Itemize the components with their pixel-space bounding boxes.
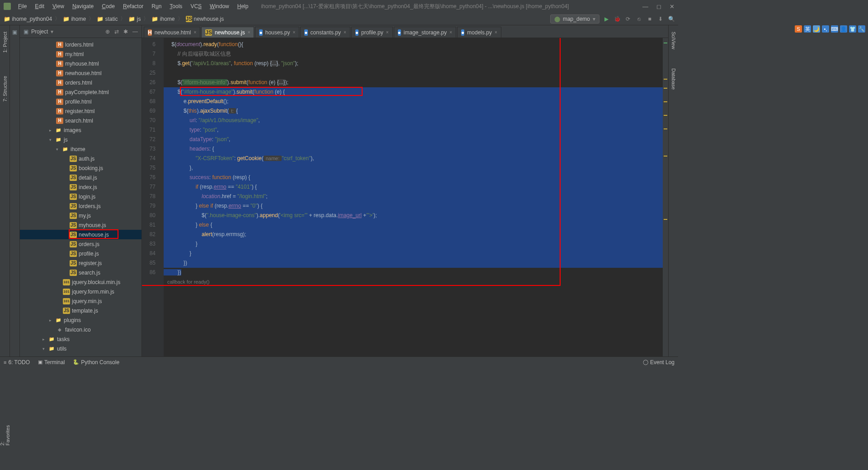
tool-sciview[interactable]: SciView [670,29,677,52]
tree-file[interactable]: JSmy.js [20,211,142,220]
tool-database[interactable]: Database [670,66,677,92]
tree-file[interactable]: ◆favicon.ico [20,325,142,334]
tree-dir[interactable]: ▾📁js [20,135,142,144]
hide-icon[interactable]: — [132,28,138,35]
tab-newhouse-html[interactable]: Hnewhouse.html× [144,27,200,38]
tab-newhouse-js[interactable]: JSnewhouse.js× [201,27,254,38]
tree-file[interactable]: JSorders.js [20,239,142,249]
menu-code[interactable]: Code [98,1,118,11]
tree-file[interactable]: JSlorders.js [20,201,142,211]
debug-button[interactable]: 🐞 [614,16,620,22]
tool-todo[interactable]: ≡ 6: TODO [4,359,30,366]
minimize-button[interactable]: — [642,3,648,10]
menu-window[interactable]: Window [206,1,233,11]
tree-file[interactable]: JSindex.js [20,182,142,192]
tab-image-storage-py[interactable]: ●image_storage.py× [394,27,456,38]
tree-file[interactable]: 101jquery.blockui.min.js [20,277,142,287]
expand-icon[interactable]: ⇄ [114,28,119,35]
project-pane-title[interactable]: ▣ Project ▾ [24,28,53,35]
folder-icon[interactable]: ▣ [12,29,17,35]
tree-file[interactable]: Hmy.html [20,49,142,59]
menu-run[interactable]: Run [148,1,165,11]
menu-navigate[interactable]: Navigate [69,1,97,11]
tree-file[interactable]: Hsearch.html [20,116,142,125]
breadcrumb-item[interactable]: 📁 ihome_python04 [4,16,52,22]
breadcrumb-item[interactable]: 📁 ihome [151,16,175,22]
locate-icon[interactable]: ⊕ [105,28,110,35]
tool-python-console[interactable]: 🐍 Python Console [73,359,119,366]
vcs-button[interactable]: ⬇ [657,16,664,22]
tree-file[interactable]: 101jquery.min.js [20,296,142,306]
tool-structure[interactable]: 7: Structure [1,73,9,104]
error-stripe[interactable] [663,38,668,356]
tool-project[interactable]: 1: Project [1,29,9,55]
tree-dir[interactable]: ▸📁images [20,125,142,135]
search-everywhere-button[interactable]: 🔍 [668,16,675,22]
menu-tools[interactable]: Tools [166,1,186,11]
tree-file[interactable]: Horders.html [20,78,142,87]
breadcrumb-item[interactable]: JS newhouse.js [186,16,224,22]
tree-file-selected[interactable]: JSnewhouse.js [20,230,142,239]
tab-constants-py[interactable]: ●constants.py× [300,27,350,38]
menu-edit[interactable]: Edit [31,1,48,11]
tree-file[interactable]: JSauth.js [20,154,142,163]
maximize-button[interactable]: ◻ [656,3,661,10]
tab-houses-py[interactable]: ●houses.py× [255,27,299,38]
breadcrumb-hint: callback for ready() [164,277,668,287]
tree-file[interactable]: JSdetail.js [20,173,142,182]
run-coverage-button[interactable]: ⟳ [625,16,631,22]
tree-file[interactable]: JSregister.js [20,258,142,268]
tree-dir[interactable]: ▸📁plugins [20,315,142,325]
tree-file[interactable]: Hmyhouse.html [20,59,142,68]
tree-file[interactable]: 101jquery.form.min.js [20,287,142,296]
tree-file[interactable]: JSprofile.js [20,249,142,258]
tree-dir[interactable]: ▸📁tasks [20,334,142,344]
editor-gutter[interactable]: 6782526676869707172737475767778798081828… [142,38,164,356]
tab-profile-py[interactable]: ●profile.py× [351,27,393,38]
tool-terminal[interactable]: ▣ Terminal [38,359,65,366]
menu-vcs[interactable]: VCS [187,1,205,11]
settings-icon[interactable]: ✱ [123,28,128,35]
tree-file[interactable]: JSbooking.js [20,163,142,173]
editor-code[interactable]: $(document).ready(function(){ // 向后端获取城区… [164,38,668,356]
breadcrumb-item[interactable]: 📁 ihome [63,16,86,22]
menu-file[interactable]: File [14,1,30,11]
tree-file[interactable]: Hnewhouse.html [20,68,142,78]
tree-dir[interactable]: ▾📁utils [20,344,142,353]
tree-file[interactable]: Hlorders.html [20,40,142,49]
tree-file[interactable]: JSmyhouse.js [20,220,142,230]
run-config-selector[interactable]: ⬤map_demo▾ [550,14,599,24]
app-logo [4,3,11,10]
menu-help[interactable]: Help [234,1,252,11]
tree-file[interactable]: Hregister.html [20,106,142,116]
tab-models-py[interactable]: ●models.py× [457,27,501,38]
tool-event-log[interactable]: ◯ Event Log [643,359,675,366]
tree-file[interactable]: HpayComplete.html [20,87,142,97]
tree-file[interactable]: Hprofile.html [20,97,142,106]
run-button[interactable]: ▶ [603,16,609,22]
close-button[interactable]: ✕ [670,3,675,10]
tree-dir[interactable]: ▾📁ihome [20,144,142,154]
main-menu: File Edit View Navigate Code Refactor Ru… [14,1,252,11]
tree-file[interactable]: JSsearch.js [20,268,142,277]
breadcrumb-item[interactable]: 📁 static [97,16,118,22]
tree-file[interactable]: JStemplate.js [20,306,142,315]
breadcrumb: 📁 ihome_python04〉 📁 ihome〉 📁 static〉 📁 j… [4,15,224,23]
breadcrumb-item[interactable]: 📁 js [128,16,141,22]
window-title: ihome_python04 [...\17-爱家租房项目\第七天\ihome_… [261,3,642,10]
menu-refactor[interactable]: Refactor [119,1,147,11]
editor-tabs: Hnewhouse.html× JSnewhouse.js× ●houses.p… [142,25,668,38]
menu-view[interactable]: View [49,1,68,11]
attach-button[interactable]: ⎋ [636,16,642,22]
tree-file[interactable]: JSlogin.js [20,192,142,201]
stop-button[interactable]: ■ [646,16,653,22]
